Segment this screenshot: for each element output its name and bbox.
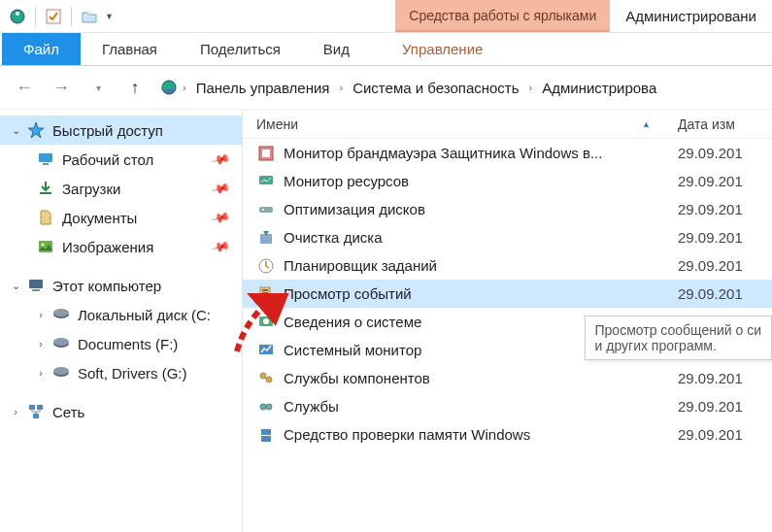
drive-icon xyxy=(50,304,72,325)
breadcrumb-segment[interactable]: Администрирова xyxy=(536,78,662,98)
tooltip-line: и других программ. xyxy=(595,338,761,353)
svg-point-13 xyxy=(53,309,69,316)
expand-icon[interactable]: › xyxy=(33,367,49,379)
tab-share[interactable]: Поделиться xyxy=(179,33,302,65)
pin-icon[interactable]: 📌 xyxy=(210,179,230,199)
column-headers: Имени ▲ Дата изм xyxy=(243,110,772,139)
tree-label: Soft, Drivers (G:) xyxy=(78,365,187,382)
forward-button[interactable]: → xyxy=(49,75,74,100)
tab-view[interactable]: Вид xyxy=(302,33,371,65)
breadcrumb[interactable]: › Панель управления › Система и безопасн… xyxy=(159,78,760,98)
sidebar-this-pc[interactable]: ⌄ Этот компьютер xyxy=(0,271,242,300)
svg-rect-7 xyxy=(40,192,51,194)
file-date: 29.09.201 xyxy=(670,201,743,217)
downloads-icon xyxy=(35,178,56,199)
file-row[interactable]: Средство проверки памяти Windows29.09.20… xyxy=(243,420,772,449)
sidebar-pictures[interactable]: Изображения 📌 xyxy=(0,232,242,261)
shortcut-icon xyxy=(256,200,276,219)
tree-label: Изображения xyxy=(62,239,153,255)
up-button[interactable]: ↑ xyxy=(122,75,148,100)
chevron-right-icon[interactable]: › xyxy=(527,82,535,93)
file-row[interactable]: Монитор брандмауэра Защитника Windows в.… xyxy=(243,139,772,167)
pin-icon[interactable]: 📌 xyxy=(210,237,230,257)
shortcut-icon xyxy=(256,369,276,388)
shortcut-icon xyxy=(256,284,276,304)
file-row[interactable]: Планировщик заданий29.09.201 xyxy=(243,251,772,280)
column-name[interactable]: Имени ▲ xyxy=(243,116,670,132)
sidebar-downloads[interactable]: Загрузки 📌 xyxy=(0,174,242,203)
tree-label: Этот компьютер xyxy=(52,278,161,294)
quick-access-toolbar: ▼ xyxy=(0,7,121,26)
file-row[interactable]: Очистка диска29.09.201 xyxy=(243,223,772,251)
breadcrumb-segment[interactable]: Панель управления xyxy=(190,78,336,98)
file-row[interactable]: Службы компонентов29.09.201 xyxy=(243,364,772,392)
svg-point-15 xyxy=(53,338,69,346)
pin-icon[interactable]: 📌 xyxy=(210,208,230,228)
star-icon xyxy=(25,119,47,141)
qat-dropdown-icon[interactable]: ▼ xyxy=(105,12,114,21)
file-list: Имени ▲ Дата изм Монитор брандмауэра Защ… xyxy=(243,110,772,532)
sidebar-drive-c[interactable]: › Локальный диск (C: xyxy=(0,300,242,329)
tab-home[interactable]: Главная xyxy=(81,33,179,65)
file-name: Службы xyxy=(284,398,670,415)
sidebar-documents[interactable]: Документы 📌 xyxy=(0,203,242,232)
collapse-icon[interactable]: ⌄ xyxy=(8,124,23,137)
expand-icon[interactable]: › xyxy=(33,309,49,320)
tree-label: Документы xyxy=(62,210,137,226)
file-name: Средство проверки памяти Windows xyxy=(284,426,670,443)
recent-dropdown-icon[interactable]: ▾ xyxy=(85,75,111,100)
svg-rect-4 xyxy=(164,89,174,93)
file-row[interactable]: Службы29.09.201 xyxy=(243,392,772,420)
svg-rect-39 xyxy=(261,436,271,442)
sidebar-drive-g[interactable]: › Soft, Drivers (G:) xyxy=(0,358,242,387)
file-row[interactable]: Оптимизация дисков29.09.201 xyxy=(243,195,772,223)
breadcrumb-segment[interactable]: Система и безопасность xyxy=(347,78,524,98)
tree-label: Сеть xyxy=(52,404,84,420)
svg-rect-10 xyxy=(29,280,43,288)
file-date: 29.09.201 xyxy=(670,229,743,246)
properties-icon[interactable] xyxy=(44,7,63,26)
file-date: 29.09.201 xyxy=(670,145,743,161)
sidebar-quick-access[interactable]: ⌄ Быстрый доступ xyxy=(0,116,242,145)
tree-label: Локальный диск (C: xyxy=(78,307,211,323)
file-date: 29.09.201 xyxy=(670,398,743,415)
svg-point-1 xyxy=(16,12,19,16)
collapse-icon[interactable]: ⌄ xyxy=(8,280,23,292)
sidebar-drive-f[interactable]: › Documents (F:) xyxy=(0,329,242,358)
new-folder-icon[interactable] xyxy=(80,7,99,26)
file-name: Просмотр событий xyxy=(284,285,670,302)
sidebar-desktop[interactable]: Рабочий стол 📌 xyxy=(0,145,242,174)
expand-icon[interactable]: › xyxy=(33,338,49,349)
file-name: Очистка диска xyxy=(284,229,670,246)
back-button[interactable]: ← xyxy=(12,75,37,100)
file-date: 29.09.201 xyxy=(670,370,743,386)
file-row[interactable]: Монитор ресурсов29.09.201 xyxy=(243,167,772,195)
file-name: Службы компонентов xyxy=(284,370,670,386)
tab-file[interactable]: Файл xyxy=(2,33,81,65)
expand-icon[interactable]: › xyxy=(8,406,23,417)
app-icon[interactable] xyxy=(8,7,27,26)
shortcut-icon xyxy=(256,228,276,248)
svg-point-37 xyxy=(266,404,272,410)
svg-rect-5 xyxy=(39,153,52,162)
tree-label: Рабочий стол xyxy=(62,151,153,168)
svg-rect-11 xyxy=(32,289,40,291)
sidebar-network[interactable]: › Сеть xyxy=(0,397,242,426)
shortcut-icon xyxy=(256,425,276,445)
shortcut-icon xyxy=(256,144,276,163)
svg-rect-20 xyxy=(33,414,39,418)
file-name: Планировщик заданий xyxy=(284,257,670,274)
tooltip-line: Просмотр сообщений о си xyxy=(595,322,761,338)
file-date: 29.09.201 xyxy=(670,173,743,189)
tab-manage[interactable]: Управление xyxy=(371,33,514,65)
shortcut-icon xyxy=(256,397,276,416)
column-date[interactable]: Дата изм xyxy=(670,116,772,132)
file-date: 29.09.201 xyxy=(670,426,743,443)
chevron-right-icon[interactable]: › xyxy=(181,82,188,93)
column-label: Имени xyxy=(256,116,298,132)
pin-icon[interactable]: 📌 xyxy=(210,150,230,170)
svg-point-17 xyxy=(53,367,69,375)
network-icon xyxy=(25,401,47,422)
file-row[interactable]: Просмотр событий29.09.201 xyxy=(243,280,772,308)
chevron-right-icon[interactable]: › xyxy=(337,82,345,93)
